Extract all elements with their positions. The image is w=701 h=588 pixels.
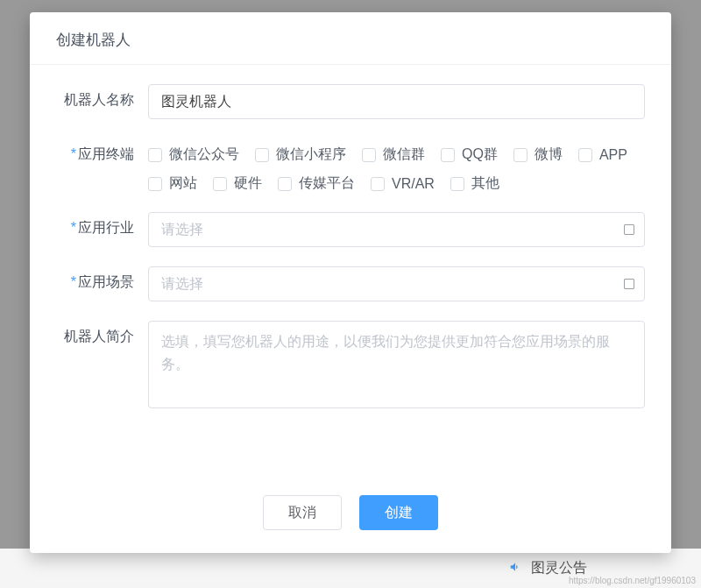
checkbox-icon: [213, 177, 227, 191]
checkbox-icon: [441, 148, 455, 162]
form-row-terminal: *应用终端 微信公众号 微信小程序 微信群 QQ群 微博 APP 网站 硬件 传…: [56, 138, 645, 193]
form-row-name: 机器人名称: [56, 84, 645, 119]
checkbox-vrar[interactable]: VR/AR: [371, 174, 435, 193]
label-scene: *应用场景: [56, 266, 148, 292]
cancel-button[interactable]: 取消: [263, 495, 342, 530]
label-name: 机器人名称: [56, 84, 148, 110]
form-row-scene: *应用场景 请选择: [56, 266, 645, 301]
checkbox-wechat-official[interactable]: 微信公众号: [148, 145, 239, 164]
robot-name-input[interactable]: [148, 84, 645, 119]
terminal-checkbox-group: 微信公众号 微信小程序 微信群 QQ群 微博 APP 网站 硬件 传媒平台 VR…: [148, 138, 645, 193]
industry-select-placeholder: 请选择: [148, 212, 645, 247]
checkbox-icon: [148, 177, 162, 191]
form-row-intro: 机器人简介: [56, 321, 645, 412]
checkbox-icon: [148, 148, 162, 162]
checkbox-icon: [255, 148, 269, 162]
create-button[interactable]: 创建: [359, 495, 438, 530]
checkbox-icon: [450, 177, 464, 191]
announcement-label: 图灵公告: [531, 559, 587, 577]
intro-textarea[interactable]: [148, 321, 645, 408]
label-industry: *应用行业: [56, 212, 148, 237]
modal-body: 机器人名称 *应用终端 微信公众号 微信小程序 微信群 QQ群 微博 APP 网…: [30, 65, 671, 485]
label-intro: 机器人简介: [56, 321, 148, 346]
modal-title: 创建机器人: [56, 30, 645, 50]
label-terminal: *应用终端: [56, 138, 148, 164]
checkbox-hardware[interactable]: 硬件: [213, 174, 262, 193]
checkbox-wechat-group[interactable]: 微信群: [362, 145, 425, 164]
form-row-industry: *应用行业 请选择: [56, 212, 645, 247]
checkbox-icon: [578, 148, 592, 162]
checkbox-website[interactable]: 网站: [148, 174, 197, 193]
scene-select-placeholder: 请选择: [148, 266, 645, 301]
checkbox-icon: [371, 177, 385, 191]
checkbox-icon: [513, 148, 528, 162]
checkbox-wechat-miniprogram[interactable]: 微信小程序: [255, 145, 346, 164]
checkbox-media-platform[interactable]: 传媒平台: [278, 174, 355, 193]
modal-footer: 取消 创建: [30, 485, 671, 553]
industry-select[interactable]: 请选择: [148, 212, 645, 247]
modal-header: 创建机器人: [30, 12, 671, 65]
checkbox-qq-group[interactable]: QQ群: [441, 145, 498, 164]
checkbox-weibo[interactable]: 微博: [513, 145, 563, 164]
watermark: https://blog.csdn.net/gf19960103: [569, 576, 696, 585]
speaker-icon: [508, 561, 522, 576]
checkbox-app[interactable]: APP: [578, 145, 627, 164]
select-marker-icon: [624, 279, 634, 289]
scene-select[interactable]: 请选择: [148, 266, 645, 301]
select-marker-icon: [624, 224, 634, 235]
checkbox-icon: [278, 177, 292, 191]
create-robot-modal: 创建机器人 机器人名称 *应用终端 微信公众号 微信小程序 微信群 QQ群 微博…: [30, 12, 671, 553]
checkbox-icon: [362, 148, 376, 162]
checkbox-other[interactable]: 其他: [450, 174, 499, 193]
